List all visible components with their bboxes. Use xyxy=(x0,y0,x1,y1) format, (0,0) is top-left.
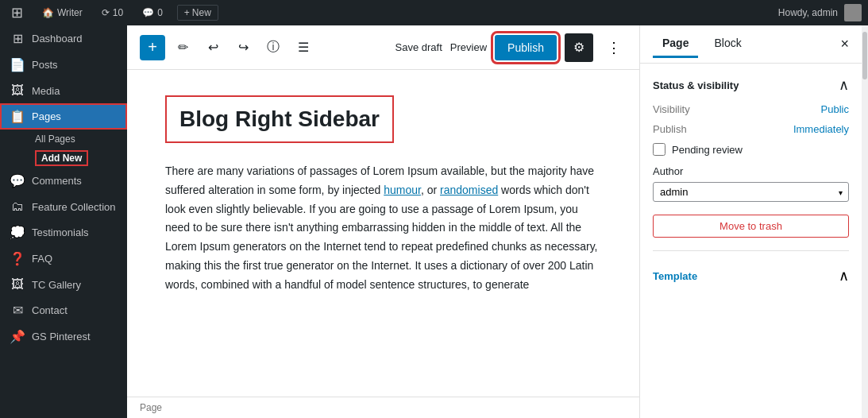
sidebar-comments-label: Comments xyxy=(32,175,82,187)
feature-collection-icon: 🗂 xyxy=(10,199,25,214)
author-section: Author admin ▾ xyxy=(653,165,849,202)
status-visibility-section: Status & visibility ∧ Visibility Public … xyxy=(653,76,849,251)
sidebar-media-label: Media xyxy=(32,85,60,97)
redo-button[interactable]: ↪ xyxy=(230,35,256,60)
sidebar-item-posts[interactable]: 📄 Posts xyxy=(0,52,127,78)
sidebar-item-testimonials[interactable]: 💭 Testimonials xyxy=(0,219,127,246)
all-pages-link[interactable]: All Pages xyxy=(25,130,127,149)
editor-toolbar: + ✏ ↩ ↪ ⓘ ☰ Save draft Preview Publish ⚙… xyxy=(127,25,639,70)
randomised-link[interactable]: randomised xyxy=(440,184,498,196)
tab-block[interactable]: Block xyxy=(704,30,750,58)
editor-content[interactable]: Blog Right Sidebar There are many variat… xyxy=(127,70,639,418)
sidebar-item-dashboard[interactable]: ⊞ Dashboard xyxy=(0,25,127,52)
comments-item[interactable]: 💬 0 xyxy=(137,4,168,21)
preview-button[interactable]: Preview xyxy=(450,41,487,53)
sidebar-item-pages[interactable]: 📋 Pages xyxy=(0,103,127,130)
media-icon: 🖼 xyxy=(10,83,25,98)
sidebar-dashboard-label: Dashboard xyxy=(32,33,83,45)
editor-mode-label: Page xyxy=(140,402,162,413)
site-name[interactable]: 🏠 Writer xyxy=(37,4,87,21)
toolbar-left: + ✏ ↩ ↪ ⓘ ☰ xyxy=(140,35,395,60)
sidebar-item-media[interactable]: 🖼 Media xyxy=(0,78,127,103)
visibility-row: Visibility Public xyxy=(653,103,849,115)
sidebar-contact-label: Contact xyxy=(32,304,68,316)
pending-review-row: Pending review xyxy=(653,143,849,156)
visibility-value[interactable]: Public xyxy=(821,103,849,115)
sidebar-item-gs-pinterest[interactable]: 📌 GS Pinterest xyxy=(0,323,127,350)
pending-review-checkbox[interactable] xyxy=(653,143,665,156)
sidebar-posts-label: Posts xyxy=(32,59,58,71)
pending-review-label: Pending review xyxy=(672,144,743,156)
sidebar-feature-label: Feature Collection xyxy=(32,201,116,213)
howdy-text: Howdy, admin xyxy=(778,7,838,18)
home-icon: 🏠 xyxy=(42,7,54,18)
sidebar-faq-label: FAQ xyxy=(32,253,52,265)
sidebar-item-faq[interactable]: ❓ FAQ xyxy=(0,246,127,272)
comments-sidebar-icon: 💬 xyxy=(10,173,25,188)
right-panel: Page Block × Status & visibility ∧ Visib… xyxy=(639,25,862,418)
editor-container: + ✏ ↩ ↪ ⓘ ☰ Save draft Preview Publish ⚙… xyxy=(127,25,639,418)
pages-icon: 📋 xyxy=(10,109,25,124)
sidebar-item-contact[interactable]: ✉ Contact xyxy=(0,297,127,323)
comments-icon: 💬 xyxy=(142,7,154,18)
add-new-link[interactable]: Add New xyxy=(35,150,88,166)
scrollbar-thumb[interactable] xyxy=(862,32,867,79)
visibility-label: Visibility xyxy=(653,103,690,115)
author-select-wrap: admin ▾ xyxy=(653,182,849,202)
admin-bar-right: Howdy, admin xyxy=(778,4,862,21)
humour-link[interactable]: humour xyxy=(384,184,421,196)
sidebar-item-feature-collection[interactable]: 🗂 Feature Collection xyxy=(0,194,127,219)
dashboard-icon: ⊞ xyxy=(10,31,25,46)
wp-logo-icon[interactable]: ⊞ xyxy=(6,1,28,25)
editor-body[interactable]: There are many variations of passages of… xyxy=(165,162,601,295)
author-label: Author xyxy=(653,165,849,177)
list-view-button[interactable]: ☰ xyxy=(291,35,316,60)
move-to-trash-button[interactable]: Move to trash xyxy=(653,215,849,238)
save-draft-button[interactable]: Save draft xyxy=(395,41,442,53)
publish-button[interactable]: Publish xyxy=(495,35,557,60)
settings-gear-button[interactable]: ⚙ xyxy=(565,33,593,62)
close-panel-button[interactable]: × xyxy=(840,36,849,52)
right-panel-body: Status & visibility ∧ Visibility Public … xyxy=(640,64,862,418)
sidebar-testimonials-label: Testimonials xyxy=(32,226,89,238)
pinterest-icon: 📌 xyxy=(10,329,25,344)
updates-icon: ⟳ xyxy=(102,7,110,18)
page-title-block[interactable]: Blog Right Sidebar xyxy=(165,95,394,143)
info-button[interactable]: ⓘ xyxy=(260,35,286,60)
sidebar-pinterest-label: GS Pinterest xyxy=(32,331,91,343)
template-section-toggle[interactable]: ∧ xyxy=(839,267,849,284)
template-section-title: Template xyxy=(653,270,697,282)
new-button[interactable]: + New xyxy=(177,5,218,21)
main-layout: ⊞ Dashboard 📄 Posts 🖼 Media 📋 Pages All … xyxy=(0,25,868,418)
template-section: Template ∧ xyxy=(653,257,849,284)
more-options-button[interactable]: ⋮ xyxy=(601,35,627,60)
pages-submenu: All Pages Add New xyxy=(0,130,127,168)
sidebar-item-tc-gallery[interactable]: 🖼 TC Gallery xyxy=(0,272,127,297)
add-block-button[interactable]: + xyxy=(140,35,165,60)
edit-mode-button[interactable]: ✏ xyxy=(170,35,195,60)
status-section-toggle[interactable]: ∧ xyxy=(839,76,849,94)
tc-gallery-icon: 🖼 xyxy=(10,277,25,292)
toolbar-right: Save draft Preview Publish ⚙ ⋮ xyxy=(395,33,627,62)
tab-page[interactable]: Page xyxy=(653,30,698,58)
author-select[interactable]: admin xyxy=(653,182,849,202)
status-section-title: Status & visibility xyxy=(653,79,739,91)
admin-bar: ⊞ 🏠 Writer ⟳ 10 💬 0 + New Howdy, admin xyxy=(0,0,868,25)
updates-item[interactable]: ⟳ 10 xyxy=(97,4,128,21)
faq-icon: ❓ xyxy=(10,251,25,266)
avatar[interactable] xyxy=(844,4,862,21)
undo-button[interactable]: ↩ xyxy=(200,35,226,60)
status-section-header: Status & visibility ∧ xyxy=(653,76,849,94)
page-title: Blog Right Sidebar xyxy=(179,106,380,131)
testimonials-icon: 💭 xyxy=(10,225,25,240)
publish-row: Publish Immediately xyxy=(653,123,849,135)
sidebar: ⊞ Dashboard 📄 Posts 🖼 Media 📋 Pages All … xyxy=(0,25,127,418)
right-panel-header: Page Block × xyxy=(640,25,862,64)
publish-label: Publish xyxy=(653,123,687,135)
contact-icon: ✉ xyxy=(10,303,25,318)
sidebar-item-comments[interactable]: 💬 Comments xyxy=(0,168,127,194)
plus-icon: + xyxy=(184,7,190,18)
right-scrollbar[interactable] xyxy=(862,25,868,418)
sidebar-gallery-label: TC Gallery xyxy=(32,279,81,291)
publish-value[interactable]: Immediately xyxy=(793,123,849,135)
